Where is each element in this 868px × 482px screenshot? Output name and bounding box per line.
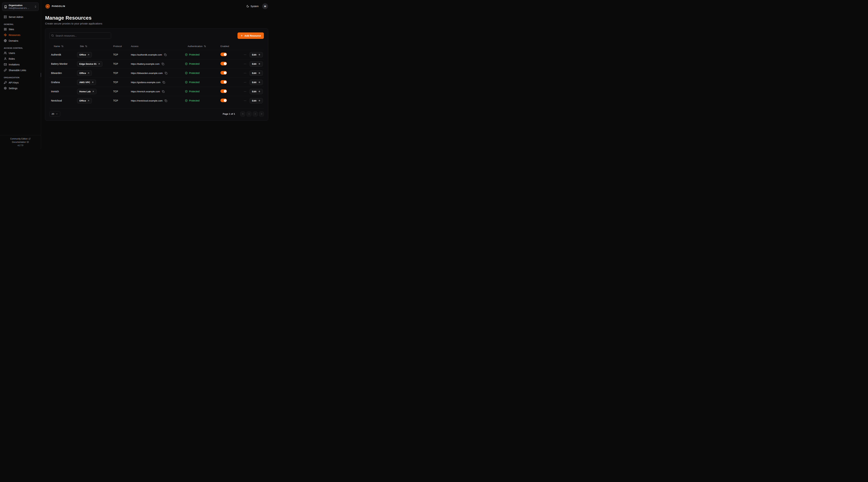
- copy-url-button[interactable]: [162, 90, 165, 93]
- row-menu-button[interactable]: [243, 62, 247, 66]
- edit-button[interactable]: Edit: [250, 61, 263, 67]
- sidebar-item-label: Shareable Links: [9, 69, 26, 72]
- sidebar-item-label: Invitations: [9, 63, 20, 66]
- sidebar-resize-handle[interactable]: [41, 73, 41, 77]
- sidebar-menu: Server Admin GENERAL Sites Resources Dom…: [2, 14, 39, 91]
- edit-button[interactable]: Edit: [250, 79, 263, 85]
- site-link-button[interactable]: AWS VPC: [77, 79, 96, 85]
- sidebar-item-label: Roles: [9, 58, 15, 60]
- sort-icon: [61, 45, 64, 47]
- community-edition-link[interactable]: Community Edition: [10, 137, 31, 140]
- table-row: Grafana AWS VPC TCP https://grafana.exam…: [49, 77, 264, 87]
- shield-check-icon: [185, 81, 188, 84]
- plus-icon: [241, 34, 243, 37]
- org-selector[interactable]: Organization milo@fossorial.io's ...: [2, 2, 39, 11]
- section-label-general: GENERAL: [4, 23, 37, 25]
- copy-url-button[interactable]: [161, 62, 164, 66]
- row-menu-button[interactable]: [243, 99, 247, 102]
- enabled-toggle[interactable]: [220, 53, 227, 56]
- sort-icon: [204, 45, 206, 47]
- arrow-up-right-icon: [92, 90, 94, 93]
- enabled-toggle[interactable]: [220, 71, 227, 75]
- site-link-button[interactable]: Office: [77, 70, 92, 76]
- sidebar-item-users[interactable]: Users: [2, 50, 39, 56]
- sidebar-item-api-keys[interactable]: API Keys: [2, 79, 39, 85]
- sidebar-item-sites[interactable]: Sites: [2, 26, 39, 32]
- arrow-up-right-icon: [98, 63, 100, 65]
- row-menu-button[interactable]: [243, 81, 247, 84]
- documentation-link[interactable]: Documentation: [12, 141, 29, 143]
- enabled-toggle[interactable]: [220, 80, 227, 84]
- sidebar-item-label: Settings: [9, 87, 18, 90]
- copy-url-button[interactable]: [164, 53, 167, 56]
- copy-url-button[interactable]: [164, 71, 168, 75]
- auth-label: Protected: [189, 53, 199, 56]
- theme-toggle-button[interactable]: System: [246, 5, 259, 8]
- copy-url-button[interactable]: [164, 99, 167, 102]
- sidebar-item-invitations[interactable]: Invitations: [2, 62, 39, 67]
- sidebar-item-label: Domains: [9, 39, 18, 42]
- link-icon: [4, 69, 7, 72]
- sidebar-item-shareable-links[interactable]: Shareable Links: [2, 67, 39, 73]
- brand-logo-link[interactable]: PANGOLIN: [45, 4, 65, 9]
- sidebar-item-roles[interactable]: Roles: [2, 56, 39, 62]
- row-menu-button[interactable]: [243, 71, 247, 75]
- access-url: https://immich.example.com: [131, 90, 160, 93]
- next-page-button[interactable]: [253, 111, 258, 117]
- user-avatar[interactable]: M: [262, 3, 268, 9]
- page-size-select[interactable]: 20: [49, 111, 60, 117]
- add-resource-button[interactable]: Add Resource: [238, 32, 264, 39]
- shield-check-icon: [185, 90, 188, 93]
- site-link-button[interactable]: Office: [77, 52, 92, 58]
- enabled-toggle[interactable]: [220, 99, 227, 102]
- column-header-site[interactable]: Site: [77, 45, 113, 47]
- shield-check-icon: [185, 99, 188, 102]
- ellipsis-icon: [244, 90, 247, 93]
- edit-button[interactable]: Edit: [250, 98, 263, 103]
- edit-button[interactable]: Edit: [250, 70, 263, 76]
- sort-icon: [85, 45, 87, 47]
- enabled-toggle[interactable]: [220, 89, 227, 93]
- edit-button[interactable]: Edit: [250, 89, 263, 94]
- version-label: v1.7.0: [18, 144, 23, 147]
- community-edition-label: Community Edition: [10, 137, 28, 140]
- site-link-button[interactable]: Edge Device 01: [77, 61, 102, 67]
- table-row: Battery Monitor Edge Device 01 TCP https…: [49, 59, 264, 68]
- sidebar-item-resources[interactable]: Resources: [2, 32, 39, 38]
- sidebar-item-label: Resources: [9, 34, 20, 36]
- access-url: https://grafana.example.com: [131, 81, 160, 84]
- enabled-toggle[interactable]: [220, 62, 227, 65]
- sidebar-item-domains[interactable]: Domains: [2, 38, 39, 43]
- resource-name: Grafana: [49, 81, 77, 84]
- edit-button[interactable]: Edit: [250, 52, 263, 58]
- site-label: Home Lab: [79, 90, 91, 93]
- sidebar-item-settings[interactable]: Settings: [2, 85, 39, 91]
- previous-page-button[interactable]: [247, 111, 251, 117]
- last-page-button[interactable]: [259, 111, 264, 117]
- first-page-button[interactable]: [240, 111, 245, 117]
- auth-label: Protected: [189, 81, 199, 84]
- column-header-name[interactable]: Name: [49, 45, 77, 47]
- globe-icon: [4, 39, 7, 42]
- row-menu-button[interactable]: [243, 53, 247, 57]
- sidebar: Organization milo@fossorial.io's ... Ser…: [0, 0, 41, 149]
- site-link-button[interactable]: Office: [77, 98, 92, 103]
- row-menu-button[interactable]: [243, 90, 247, 93]
- column-header-authentication[interactable]: Authentication: [185, 45, 220, 47]
- site-label: Office: [79, 72, 86, 74]
- sidebar-item-server-admin[interactable]: Server Admin: [2, 14, 39, 20]
- shield-check-icon: [185, 62, 188, 65]
- site-label: Office: [79, 54, 86, 56]
- arrow-right-icon: [258, 90, 260, 93]
- site-link-button[interactable]: Home Lab: [77, 89, 96, 94]
- access-url: https://nextcloud.example.com: [131, 99, 162, 102]
- arrow-up-right-icon: [87, 54, 90, 56]
- external-link-icon: [28, 138, 31, 140]
- protocol-value: TCP: [113, 81, 131, 84]
- edit-label: Edit: [252, 99, 256, 102]
- resources-card: Add Resource Name Site Protocol Access: [45, 28, 268, 121]
- search-input[interactable]: [49, 32, 111, 39]
- sidebar-nav: Organization milo@fossorial.io's ... Ser…: [0, 0, 41, 135]
- copy-url-button[interactable]: [162, 81, 165, 84]
- column-label: Protocol: [113, 45, 122, 47]
